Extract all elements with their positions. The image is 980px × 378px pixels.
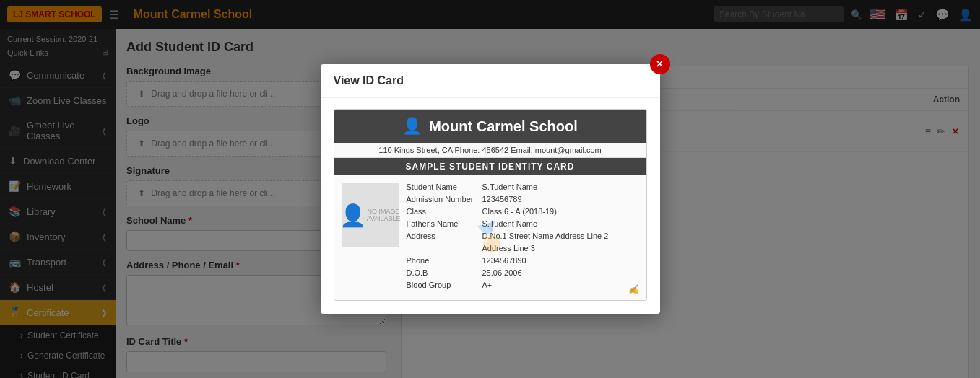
id-card-field-father: Father's Name S.Tudent Name <box>407 219 639 228</box>
id-card-address: 110 Kings Street, CA Phone: 456542 Email… <box>334 143 646 158</box>
id-card-details: Student Name S.Tudent Name Admission Num… <box>407 183 639 293</box>
id-card-logo: 👤 <box>402 117 422 136</box>
modal-header: View ID Card <box>321 64 660 98</box>
id-card-preview: 👤 Mount Carmel School 110 Kings Street, … <box>334 109 647 301</box>
id-card-field-admission: Admission Number 123456789 <box>407 195 639 203</box>
id-card-field-dob: D.O.B 25.06.2006 <box>407 268 639 277</box>
modal-close-button[interactable]: × <box>650 54 670 74</box>
id-card-title-bar: SAMPLE STUDENT IDENTITY CARD <box>334 158 646 175</box>
id-card-field-class: Class Class 6 - A (2018-19) <box>407 207 639 216</box>
modal: × View ID Card 👤 Mount Carmel School 110… <box>321 64 660 314</box>
id-card-photo: 👤 NO IMAGEAVAILABLE <box>342 183 399 247</box>
id-card-signature: ✍ <box>628 284 639 294</box>
no-image-text: NO IMAGEAVAILABLE <box>366 208 400 222</box>
id-card-field-phone: Phone 1234567890 <box>407 256 639 265</box>
id-card-content: 👤 NO IMAGEAVAILABLE Student Name S.Tuden… <box>334 175 646 300</box>
modal-body: 👤 Mount Carmel School 110 Kings Street, … <box>321 98 660 314</box>
id-card-school-name: Mount Carmel School <box>429 118 578 135</box>
id-card-field-address2: Address Line 3 <box>407 244 639 252</box>
modal-overlay[interactable]: × View ID Card 👤 Mount Carmel School 110… <box>0 0 980 378</box>
id-card-header: 👤 Mount Carmel School <box>334 110 646 143</box>
modal-title: View ID Card <box>334 74 404 87</box>
id-card-field-blood: Blood Group A+ <box>407 281 639 289</box>
photo-icon: 👤 <box>339 203 366 228</box>
id-card-field-address: Address D.No.1 Street Name Address Line … <box>407 232 639 240</box>
id-card-field-student-name: Student Name S.Tudent Name <box>407 183 639 191</box>
